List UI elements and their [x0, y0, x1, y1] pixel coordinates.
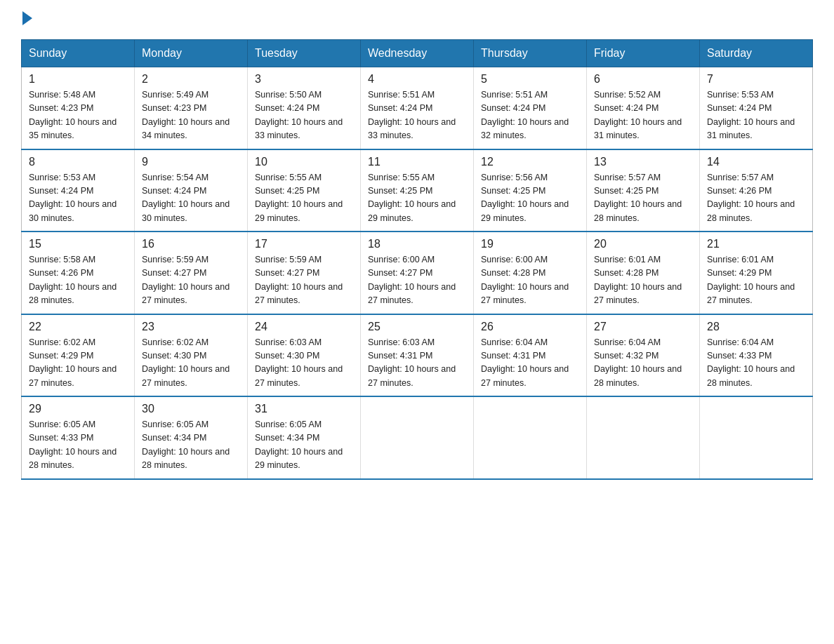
day-info: Sunrise: 6:01 AMSunset: 4:29 PMDaylight:…	[707, 253, 805, 308]
day-number: 26	[481, 321, 579, 333]
day-info: Sunrise: 5:55 AMSunset: 4:25 PMDaylight:…	[255, 171, 353, 226]
header-cell-friday: Friday	[587, 40, 700, 67]
day-number: 1	[29, 73, 127, 86]
day-info: Sunrise: 6:04 AMSunset: 4:31 PMDaylight:…	[481, 336, 579, 391]
day-number: 28	[707, 321, 805, 333]
header-cell-sunday: Sunday	[22, 40, 135, 67]
day-number: 19	[481, 238, 579, 250]
day-cell: 9Sunrise: 5:54 AMSunset: 4:24 PMDaylight…	[135, 149, 248, 232]
day-cell: 6Sunrise: 5:52 AMSunset: 4:24 PMDaylight…	[587, 67, 700, 149]
day-info: Sunrise: 6:02 AMSunset: 4:29 PMDaylight:…	[29, 336, 127, 391]
day-number: 4	[368, 73, 466, 86]
day-info: Sunrise: 5:54 AMSunset: 4:24 PMDaylight:…	[142, 171, 240, 226]
day-cell: 24Sunrise: 6:03 AMSunset: 4:30 PMDayligh…	[248, 314, 361, 397]
day-cell	[361, 396, 474, 479]
day-cell: 25Sunrise: 6:03 AMSunset: 4:31 PMDayligh…	[361, 314, 474, 397]
day-number: 3	[255, 73, 353, 86]
header-cell-wednesday: Wednesday	[361, 40, 474, 67]
day-cell	[587, 396, 700, 479]
day-cell: 23Sunrise: 6:02 AMSunset: 4:30 PMDayligh…	[135, 314, 248, 397]
day-number: 24	[255, 321, 353, 333]
calendar-table: SundayMondayTuesdayWednesdayThursdayFrid…	[21, 39, 813, 480]
day-number: 8	[29, 156, 127, 168]
day-number: 15	[29, 238, 127, 250]
week-row: 1Sunrise: 5:48 AMSunset: 4:23 PMDaylight…	[22, 67, 813, 149]
day-info: Sunrise: 6:00 AMSunset: 4:28 PMDaylight:…	[481, 253, 579, 308]
day-info: Sunrise: 6:04 AMSunset: 4:32 PMDaylight:…	[594, 336, 692, 391]
day-number: 9	[142, 156, 240, 168]
calendar-body: 1Sunrise: 5:48 AMSunset: 4:23 PMDaylight…	[22, 67, 813, 479]
day-cell: 2Sunrise: 5:49 AMSunset: 4:23 PMDaylight…	[135, 67, 248, 149]
header-cell-saturday: Saturday	[700, 40, 813, 67]
day-number: 11	[368, 156, 466, 168]
day-info: Sunrise: 6:05 AMSunset: 4:34 PMDaylight:…	[255, 418, 353, 473]
day-number: 21	[707, 238, 805, 250]
week-row: 15Sunrise: 5:58 AMSunset: 4:26 PMDayligh…	[22, 232, 813, 314]
week-row: 29Sunrise: 6:05 AMSunset: 4:33 PMDayligh…	[22, 396, 813, 479]
day-number: 22	[29, 321, 127, 333]
day-cell: 17Sunrise: 5:59 AMSunset: 4:27 PMDayligh…	[248, 232, 361, 314]
day-number: 25	[368, 321, 466, 333]
header-cell-tuesday: Tuesday	[248, 40, 361, 67]
day-info: Sunrise: 5:58 AMSunset: 4:26 PMDaylight:…	[29, 253, 127, 308]
day-cell: 28Sunrise: 6:04 AMSunset: 4:33 PMDayligh…	[700, 314, 813, 397]
day-cell: 20Sunrise: 6:01 AMSunset: 4:28 PMDayligh…	[587, 232, 700, 314]
day-number: 16	[142, 238, 240, 250]
day-number: 29	[29, 403, 127, 415]
day-cell: 3Sunrise: 5:50 AMSunset: 4:24 PMDaylight…	[248, 67, 361, 149]
day-number: 5	[481, 73, 579, 86]
day-number: 10	[255, 156, 353, 168]
day-info: Sunrise: 6:04 AMSunset: 4:33 PMDaylight:…	[707, 336, 805, 391]
day-number: 12	[481, 156, 579, 168]
day-cell: 10Sunrise: 5:55 AMSunset: 4:25 PMDayligh…	[248, 149, 361, 232]
day-number: 27	[594, 321, 692, 333]
day-cell: 31Sunrise: 6:05 AMSunset: 4:34 PMDayligh…	[248, 396, 361, 479]
day-info: Sunrise: 6:03 AMSunset: 4:31 PMDaylight:…	[368, 336, 466, 391]
day-cell: 11Sunrise: 5:55 AMSunset: 4:25 PMDayligh…	[361, 149, 474, 232]
day-cell: 22Sunrise: 6:02 AMSunset: 4:29 PMDayligh…	[22, 314, 135, 397]
day-cell	[474, 396, 587, 479]
day-cell: 18Sunrise: 6:00 AMSunset: 4:27 PMDayligh…	[361, 232, 474, 314]
day-info: Sunrise: 5:53 AMSunset: 4:24 PMDaylight:…	[29, 171, 127, 226]
calendar-header: SundayMondayTuesdayWednesdayThursdayFrid…	[22, 40, 813, 67]
day-cell: 30Sunrise: 6:05 AMSunset: 4:34 PMDayligh…	[135, 396, 248, 479]
day-number: 23	[142, 321, 240, 333]
day-info: Sunrise: 6:03 AMSunset: 4:30 PMDaylight:…	[255, 336, 353, 391]
day-number: 2	[142, 73, 240, 86]
day-info: Sunrise: 6:00 AMSunset: 4:27 PMDaylight:…	[368, 253, 466, 308]
day-info: Sunrise: 5:55 AMSunset: 4:25 PMDaylight:…	[368, 171, 466, 226]
day-number: 7	[707, 73, 805, 86]
day-number: 13	[594, 156, 692, 168]
day-info: Sunrise: 5:50 AMSunset: 4:24 PMDaylight:…	[255, 88, 353, 143]
day-info: Sunrise: 6:05 AMSunset: 4:34 PMDaylight:…	[142, 418, 240, 473]
day-cell: 5Sunrise: 5:51 AMSunset: 4:24 PMDaylight…	[474, 67, 587, 149]
day-cell: 27Sunrise: 6:04 AMSunset: 4:32 PMDayligh…	[587, 314, 700, 397]
header-cell-thursday: Thursday	[474, 40, 587, 67]
page-header	[21, 14, 813, 25]
day-info: Sunrise: 5:57 AMSunset: 4:26 PMDaylight:…	[707, 171, 805, 226]
day-number: 6	[594, 73, 692, 86]
day-number: 14	[707, 156, 805, 168]
header-row: SundayMondayTuesdayWednesdayThursdayFrid…	[22, 40, 813, 67]
day-info: Sunrise: 5:53 AMSunset: 4:24 PMDaylight:…	[707, 88, 805, 143]
day-cell: 21Sunrise: 6:01 AMSunset: 4:29 PMDayligh…	[700, 232, 813, 314]
day-cell	[700, 396, 813, 479]
day-info: Sunrise: 5:52 AMSunset: 4:24 PMDaylight:…	[594, 88, 692, 143]
day-cell: 13Sunrise: 5:57 AMSunset: 4:25 PMDayligh…	[587, 149, 700, 232]
header-cell-monday: Monday	[135, 40, 248, 67]
day-number: 18	[368, 238, 466, 250]
day-cell: 4Sunrise: 5:51 AMSunset: 4:24 PMDaylight…	[361, 67, 474, 149]
day-number: 20	[594, 238, 692, 250]
day-info: Sunrise: 5:56 AMSunset: 4:25 PMDaylight:…	[481, 171, 579, 226]
day-cell: 12Sunrise: 5:56 AMSunset: 4:25 PMDayligh…	[474, 149, 587, 232]
day-cell: 29Sunrise: 6:05 AMSunset: 4:33 PMDayligh…	[22, 396, 135, 479]
day-cell: 26Sunrise: 6:04 AMSunset: 4:31 PMDayligh…	[474, 314, 587, 397]
day-info: Sunrise: 5:57 AMSunset: 4:25 PMDaylight:…	[594, 171, 692, 226]
day-info: Sunrise: 5:49 AMSunset: 4:23 PMDaylight:…	[142, 88, 240, 143]
week-row: 22Sunrise: 6:02 AMSunset: 4:29 PMDayligh…	[22, 314, 813, 397]
day-cell: 7Sunrise: 5:53 AMSunset: 4:24 PMDaylight…	[700, 67, 813, 149]
day-cell: 19Sunrise: 6:00 AMSunset: 4:28 PMDayligh…	[474, 232, 587, 314]
day-number: 31	[255, 403, 353, 415]
day-info: Sunrise: 6:05 AMSunset: 4:33 PMDaylight:…	[29, 418, 127, 473]
day-cell: 14Sunrise: 5:57 AMSunset: 4:26 PMDayligh…	[700, 149, 813, 232]
